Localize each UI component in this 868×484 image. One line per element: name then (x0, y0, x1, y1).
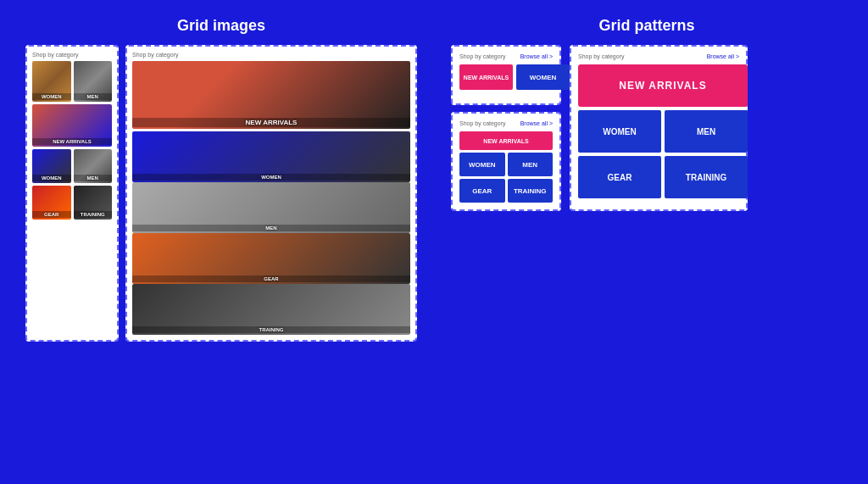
women-label: WOMEN (32, 93, 71, 100)
small-pattern-2-title: Shop by category (459, 120, 505, 126)
men-cell-2[interactable]: MEN (74, 149, 113, 183)
large-women-cell[interactable]: WOMEN (132, 131, 410, 182)
small-card-1-header: Shop by category (32, 52, 112, 58)
large-pattern-browse[interactable]: Browse all > (707, 53, 739, 59)
new-arrivals-pattern-large[interactable]: NEW ARRIVALS (578, 64, 748, 107)
small-pattern-card-1: Shop by category Browse all > NEW ARRIVA… (451, 45, 561, 105)
small-patterns-column: Shop by category Browse all > NEW ARRIVA… (451, 45, 561, 211)
small-pattern-1-header: Shop by category Browse all > (459, 53, 553, 59)
small-pattern-2-grid: WOMEN MEN GEAR TRAINING (459, 153, 553, 203)
large-training-label: TRAINING (132, 326, 410, 333)
main-container: Grid images Shop by category WOMEN MEN N… (25, 17, 843, 342)
large-men-label: MEN (132, 225, 410, 231)
small-pattern-1-browse[interactable]: Browse all > (520, 53, 553, 59)
men-pattern-cell-2[interactable]: MEN (508, 153, 554, 176)
large-pattern-header: Shop by category Browse all > (578, 53, 739, 59)
women-cell-2[interactable]: WOMEN (32, 149, 71, 183)
gear-cell[interactable]: GEAR (32, 186, 71, 220)
large-pattern-title: Shop by category (578, 53, 624, 59)
small-pattern-2-header: Shop by category Browse all > (459, 120, 553, 126)
row-women-men: WOMEN MEN (32, 61, 112, 102)
large-pattern-grid: NEW ARRIVALS WOMEN MEN GEAR TRAINING (578, 64, 748, 198)
new-arrivals-cell[interactable]: NEW ARRIVALS (32, 104, 112, 147)
grid-patterns-content: Shop by category Browse all > NEW ARRIVA… (451, 45, 843, 211)
women-cell[interactable]: WOMEN (32, 61, 71, 102)
men-label-2: MEN (74, 175, 113, 181)
new-arrivals-pattern-cell[interactable]: NEW ARRIVALS (459, 64, 513, 90)
large-gear-cell[interactable]: GEAR (132, 233, 410, 284)
row-gear-training: GEAR TRAINING (32, 186, 112, 220)
large-training-cell[interactable]: TRAINING (132, 284, 410, 335)
grid-images-content: Shop by category WOMEN MEN NEW ARRIVALS (25, 45, 417, 342)
new-arrivals-label: NEW ARRIVALS (32, 138, 112, 145)
new-arrivals-pattern-cell-2[interactable]: NEW ARRIVALS (459, 131, 553, 150)
men-pattern-large[interactable]: MEN (665, 110, 748, 153)
women-label-2: WOMEN (32, 175, 71, 181)
gear-label: GEAR (32, 211, 71, 218)
row-women-men-2: WOMEN MEN (32, 149, 112, 183)
men-label: MEN (74, 93, 113, 100)
large-gear-label: GEAR (132, 275, 410, 282)
small-pattern-1-title: Shop by category (459, 53, 505, 59)
training-pattern-large[interactable]: TRAINING (665, 156, 748, 198)
grid-images-section: Grid images Shop by category WOMEN MEN N… (25, 17, 417, 342)
large-new-arrivals-label: NEW ARRIVALS (132, 118, 410, 127)
small-pattern-1-grid: NEW ARRIVALS WOMEN (459, 64, 570, 90)
gear-pattern-large[interactable]: GEAR (578, 156, 661, 198)
large-card-1-header: Shop by category (132, 52, 410, 58)
small-pattern-2-browse[interactable]: Browse all > (520, 120, 553, 126)
grid-patterns-section: Grid patterns Shop by category Browse al… (451, 17, 843, 342)
small-pattern-card-2: Shop by category Browse all > NEW ARRIVA… (451, 112, 561, 211)
women-pattern-large[interactable]: WOMEN (578, 110, 661, 153)
men-cell[interactable]: MEN (74, 61, 113, 102)
large-row-women-men: WOMEN MEN (132, 131, 410, 233)
grid-patterns-title: Grid patterns (451, 17, 843, 35)
training-cell[interactable]: TRAINING (74, 186, 113, 220)
training-label: TRAINING (74, 211, 113, 218)
large-grid-card-1: Shop by category NEW ARRIVALS WOMEN MEN (125, 45, 417, 342)
large-men-cell[interactable]: MEN (132, 182, 410, 233)
small-grid-card-1: Shop by category WOMEN MEN NEW ARRIVALS (25, 45, 119, 342)
training-pattern-cell-2[interactable]: TRAINING (508, 179, 554, 203)
gear-pattern-cell-2[interactable]: GEAR (459, 179, 505, 203)
large-row-gear-training: GEAR TRAINING (132, 233, 410, 335)
women-pattern-cell[interactable]: WOMEN (516, 64, 570, 90)
women-pattern-cell-2[interactable]: WOMEN (459, 153, 505, 176)
large-pattern-card: Shop by category Browse all > NEW ARRIVA… (570, 45, 748, 211)
large-women-label: WOMEN (132, 174, 410, 181)
grid-images-title: Grid images (25, 17, 417, 35)
large-new-arrivals-cell[interactable]: NEW ARRIVALS (132, 61, 410, 129)
